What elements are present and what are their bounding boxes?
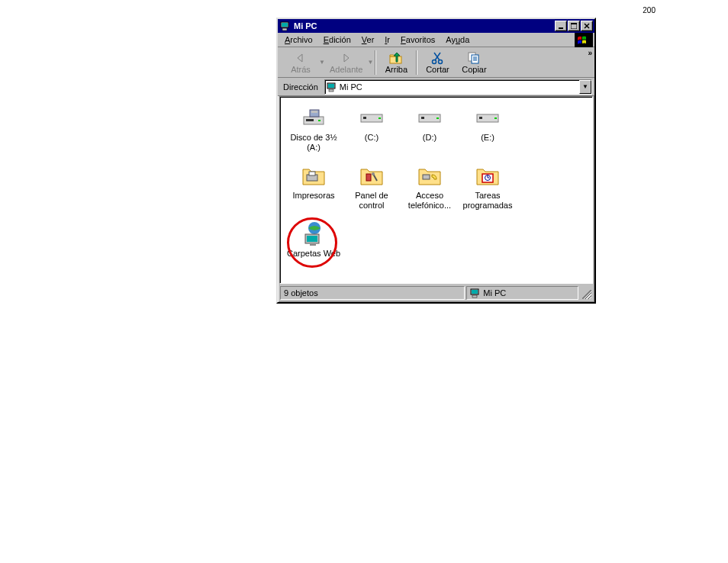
up-button[interactable]: Arriba: [378, 49, 414, 76]
svg-rect-34: [494, 117, 497, 119]
svg-rect-23: [318, 120, 321, 121]
svg-rect-30: [421, 117, 424, 119]
folder-impresoras[interactable]: Impresoras: [285, 161, 343, 219]
svg-point-9: [433, 60, 436, 63]
hdd-icon: [475, 105, 501, 130]
item-label: Panel de control: [344, 191, 399, 210]
hdd-icon: [359, 105, 385, 130]
addressbar: Dirección Mi PC ▼: [278, 78, 594, 96]
arrow-left-icon: [295, 51, 307, 65]
item-label: Acceso telefónico...: [402, 191, 457, 210]
address-label: Dirección: [280, 82, 321, 92]
maximize-button[interactable]: [568, 21, 580, 31]
computer-icon: [279, 20, 292, 32]
content-pane[interactable]: Disco de 3½ (A:) (C:): [279, 96, 593, 284]
menu-archivo[interactable]: Archivo: [279, 34, 318, 46]
address-dropdown-button[interactable]: ▼: [579, 80, 591, 94]
explorer-window: Mi PC Archivo Edición Ver Ir Favoritos A…: [276, 18, 596, 304]
address-value: Mi PC: [340, 82, 362, 92]
address-field[interactable]: Mi PC ▼: [324, 79, 592, 95]
resize-grip[interactable]: [580, 286, 592, 300]
status-object-count: 9 objetos: [284, 288, 318, 298]
item-label: Disco de 3½ (A:): [286, 133, 341, 152]
computer-icon-status: [470, 288, 481, 298]
menu-ayuda[interactable]: Ayuda: [440, 34, 475, 46]
drive-c[interactable]: (C:): [343, 103, 401, 161]
svg-rect-27: [363, 117, 366, 119]
up-label: Arriba: [385, 65, 407, 74]
statusbar: 9 objetos Mi PC: [279, 285, 593, 301]
menu-favoritos[interactable]: Favoritos: [395, 34, 440, 46]
window-title: Mi PC: [294, 21, 554, 31]
svg-rect-47: [307, 236, 317, 242]
svg-rect-48: [310, 244, 316, 246]
svg-line-12: [434, 53, 440, 60]
svg-line-11: [435, 53, 440, 60]
item-label: Impresoras: [292, 191, 334, 201]
svg-rect-50: [472, 290, 478, 294]
svg-point-10: [439, 60, 443, 63]
menu-ir[interactable]: Ir: [379, 34, 395, 46]
folder-printer-icon: [301, 162, 327, 188]
back-caret[interactable]: ▼: [319, 49, 325, 76]
scissors-icon: [430, 51, 444, 65]
folder-phone-icon: [417, 162, 443, 188]
web-folder-icon: [301, 220, 327, 246]
forward-button[interactable]: Adelante: [325, 49, 367, 76]
folder-dialup[interactable]: Acceso telefónico...: [401, 161, 459, 219]
status-right: Mi PC: [466, 286, 578, 300]
menubar: Archivo Edición Ver Ir Favoritos Ayuda: [278, 33, 594, 47]
computer-icon-small: [327, 82, 337, 92]
svg-point-39: [372, 172, 375, 175]
floppy-icon: [301, 105, 327, 130]
windows-logo-icon[interactable]: [575, 33, 593, 48]
menu-edicion[interactable]: Edición: [318, 34, 356, 46]
svg-rect-31: [436, 117, 439, 119]
toolbar-separator-2: [416, 50, 417, 75]
svg-rect-33: [479, 117, 482, 119]
folder-up-icon: [388, 51, 404, 65]
copy-button[interactable]: Copiar: [456, 49, 492, 76]
svg-rect-25: [311, 111, 317, 113]
toolbar-separator: [375, 50, 376, 75]
cut-button[interactable]: Cortar: [419, 49, 456, 76]
hdd-icon: [417, 105, 443, 130]
minimize-button[interactable]: [555, 21, 567, 31]
drive-floppy-a[interactable]: Disco de 3½ (A:): [285, 103, 343, 161]
svg-rect-20: [329, 89, 333, 92]
svg-rect-37: [366, 174, 371, 181]
toolbar-more[interactable]: »: [588, 49, 592, 57]
forward-caret[interactable]: ▼: [367, 49, 373, 76]
folder-clock-icon: [475, 162, 501, 188]
forward-label: Adelante: [330, 65, 362, 74]
item-label: (E:): [481, 133, 494, 143]
icon-grid: Disco de 3½ (A:) (C:): [285, 103, 588, 277]
folder-scheduled-tasks[interactable]: Tareas programadas: [459, 161, 517, 219]
titlebar[interactable]: Mi PC: [278, 19, 594, 33]
svg-rect-19: [328, 84, 334, 88]
arrow-right-icon: [340, 51, 353, 65]
svg-rect-2: [282, 28, 287, 31]
status-location: Mi PC: [483, 288, 506, 298]
item-label: (C:): [365, 133, 378, 143]
close-button[interactable]: [581, 21, 593, 31]
svg-rect-28: [378, 117, 381, 119]
item-label: Carpetas Web: [287, 249, 340, 259]
svg-rect-3: [559, 27, 563, 29]
folder-control-panel[interactable]: Panel de control: [343, 161, 401, 219]
folder-web-folders[interactable]: Carpetas Web: [285, 219, 343, 277]
menu-ver[interactable]: Ver: [356, 34, 380, 46]
toolbar: Atrás ▼ Adelante ▼ Arriba: [278, 47, 594, 78]
drive-e[interactable]: (E:): [459, 103, 517, 161]
drive-d[interactable]: (D:): [401, 103, 459, 161]
folder-tools-icon: [359, 162, 385, 188]
svg-rect-1: [282, 23, 288, 27]
svg-rect-5: [571, 23, 577, 24]
cut-label: Cortar: [426, 65, 449, 74]
svg-rect-22: [306, 119, 314, 121]
copy-label: Copiar: [462, 65, 486, 74]
svg-rect-51: [472, 295, 477, 298]
copy-icon: [467, 51, 481, 65]
item-label: Tareas programadas: [460, 191, 515, 210]
back-button[interactable]: Atrás: [282, 49, 319, 76]
